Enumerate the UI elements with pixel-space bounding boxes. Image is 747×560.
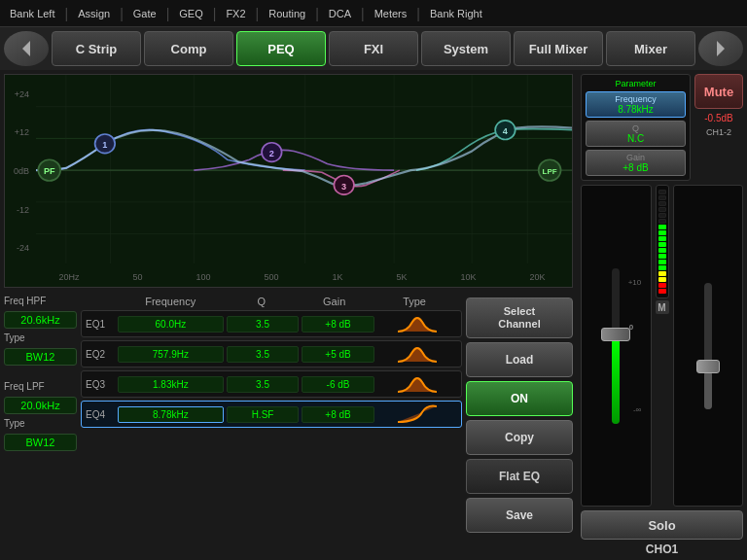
load-button[interactable]: Load	[466, 342, 573, 377]
nav-left-arrow[interactable]	[4, 31, 49, 66]
svg-marker-0	[22, 41, 30, 56]
fader-zero-mark: 0	[629, 323, 633, 332]
gain-param-btn[interactable]: Gain +8 dB	[586, 150, 686, 176]
eq-table-header: Frequency Q Gain Type	[81, 296, 462, 307]
mute-button[interactable]: Mute	[694, 74, 743, 109]
eq-table: Frequency Q Gain Type EQ1 60.0Hz 3.5 +8 …	[81, 296, 462, 556]
eq1-q[interactable]: 3.5	[227, 316, 300, 332]
eq-curve-svg: PF 1 2 3 4 LPF	[5, 75, 572, 287]
eq-x-labels: 20Hz 50 100 500 1K 5K 10K 20K	[32, 267, 572, 287]
eq1-type-icon	[377, 313, 457, 334]
freq-hpf-label: Freq HPF	[4, 296, 77, 306]
trim-fader-container[interactable]	[673, 185, 744, 507]
fader-handle[interactable]	[601, 328, 630, 341]
svg-text:3: 3	[341, 182, 346, 192]
fader-container[interactable]: +10 0 -∞	[581, 185, 652, 507]
main-area: +24 +12 0dB -12 -24	[0, 70, 747, 560]
nav-assign[interactable]: Assign	[72, 6, 116, 21]
eq-row-4[interactable]: EQ4 8.78kHz H.SF +8 dB	[81, 401, 462, 428]
copy-button[interactable]: Copy	[466, 420, 573, 455]
trim-fader-handle[interactable]	[696, 360, 720, 373]
eq3-gain[interactable]: -6 dB	[302, 376, 374, 393]
top-nav-bar: Bank Left | Assign | Gate | GEQ | FX2 | …	[0, 0, 747, 27]
nav-right-arrow[interactable]	[698, 31, 743, 66]
nav-bank-right[interactable]: Bank Right	[424, 6, 488, 21]
eq2-gain[interactable]: +5 dB	[302, 346, 374, 363]
freq-lpf-value[interactable]: 20.0kHz	[4, 397, 77, 414]
db-level: -0.5dB	[704, 113, 732, 123]
tab-comp[interactable]: Comp	[144, 31, 233, 66]
nav-routing[interactable]: Routing	[263, 6, 311, 21]
tab-c-strip[interactable]: C Strip	[52, 31, 141, 66]
tab-full-mixer[interactable]: Full Mixer	[514, 31, 603, 66]
eq-display[interactable]: +24 +12 0dB -12 -24	[4, 74, 573, 288]
tab-mixer[interactable]: Mixer	[606, 31, 695, 66]
eq2-q[interactable]: 3.5	[227, 346, 300, 363]
hpf-lpf-section: Freq HPF 20.6kHz Type BW12 Freq LPF 20.0…	[4, 296, 77, 556]
nav-meters[interactable]: Meters	[369, 6, 413, 21]
nav-bank-left[interactable]: Bank Left	[4, 6, 60, 21]
eq-y-labels: +24 +12 0dB -12 -24	[5, 75, 32, 267]
eq3-freq[interactable]: 1.83kHz	[118, 376, 224, 393]
flat-eq-button[interactable]: Flat EQ	[466, 459, 573, 494]
eq4-type-icon	[377, 403, 457, 425]
type-hpf-label: Type	[4, 332, 77, 343]
svg-point-23	[495, 121, 516, 140]
q-param-btn[interactable]: Q N.C	[586, 121, 686, 147]
select-channel-button[interactable]: SelectChannel	[466, 298, 573, 338]
eq4-freq[interactable]: 8.78kHz	[118, 406, 224, 423]
eq2-label: EQ2	[86, 349, 115, 360]
svg-point-19	[262, 143, 282, 162]
save-button[interactable]: Save	[466, 498, 573, 533]
svg-marker-1	[717, 41, 725, 56]
tab-fxi[interactable]: FXI	[329, 31, 418, 66]
svg-text:2: 2	[269, 149, 274, 158]
eq4-label: EQ4	[86, 409, 115, 420]
eq-row-1[interactable]: EQ1 60.0Hz 3.5 +8 dB	[81, 310, 462, 337]
left-panel: +24 +12 0dB -12 -24	[0, 70, 577, 560]
action-buttons: SelectChannel Load ON Copy Flat EQ Save	[466, 296, 573, 556]
trim-fader-track[interactable]	[704, 283, 712, 409]
nav-gate[interactable]: Gate	[127, 6, 162, 21]
freq-lpf-label: Freq LPF	[4, 381, 77, 392]
fader-track[interactable]	[612, 268, 620, 424]
svg-point-25	[539, 159, 561, 181]
fader-track-wrapper: +10 0 -∞	[612, 268, 620, 424]
eq1-label: EQ1	[86, 319, 115, 330]
eq1-gain[interactable]: +8 dB	[302, 316, 374, 332]
param-section: Parameter Frequency 8.78kHz Q N.C Gain +…	[581, 74, 691, 181]
eq4-q[interactable]: H.SF	[227, 406, 300, 423]
eq-row-2[interactable]: EQ2 757.9Hz 3.5 +5 dB	[81, 340, 462, 368]
svg-text:LPF: LPF	[543, 168, 557, 177]
svg-point-21	[334, 176, 354, 195]
nav-fx2[interactable]: FX2	[220, 6, 251, 21]
freq-param-btn[interactable]: Frequency 8.78kHz	[586, 91, 686, 118]
svg-text:1: 1	[102, 140, 107, 150]
eq2-freq[interactable]: 757.9Hz	[118, 346, 224, 363]
channel-id: CHO1	[581, 542, 743, 556]
eq3-q[interactable]: 3.5	[227, 376, 300, 393]
eq-col-q: Q	[225, 296, 298, 307]
tab-bar: C Strip Comp PEQ FXI System Full Mixer M…	[0, 27, 747, 70]
eq-col-freq: Frequency	[116, 296, 225, 307]
eq-row-3[interactable]: EQ3 1.83kHz 3.5 -6 dB	[81, 370, 462, 398]
nav-dca[interactable]: DCA	[323, 6, 357, 21]
type-hpf-value[interactable]: BW12	[4, 348, 77, 366]
svg-text:PF: PF	[44, 167, 55, 177]
mute-level-section: Mute -0.5dB CH1-2	[694, 74, 743, 181]
eq-col-gain: Gain	[298, 296, 371, 307]
solo-button[interactable]: Solo	[581, 510, 743, 540]
on-button[interactable]: ON	[466, 381, 573, 416]
tab-peq[interactable]: PEQ	[236, 31, 326, 66]
freq-hpf-value[interactable]: 20.6kHz	[4, 311, 77, 329]
level-meter-bars	[656, 185, 669, 298]
type-lpf-label: Type	[4, 418, 77, 429]
param-title: Parameter	[586, 79, 686, 88]
eq4-gain[interactable]: +8 dB	[302, 406, 374, 423]
svg-text:4: 4	[503, 126, 508, 136]
type-lpf-value[interactable]: BW12	[4, 434, 77, 451]
eq1-freq[interactable]: 60.0Hz	[118, 316, 224, 332]
ch-label: CH1-2	[706, 127, 731, 137]
tab-system[interactable]: System	[421, 31, 511, 66]
nav-geq[interactable]: GEQ	[173, 6, 208, 21]
